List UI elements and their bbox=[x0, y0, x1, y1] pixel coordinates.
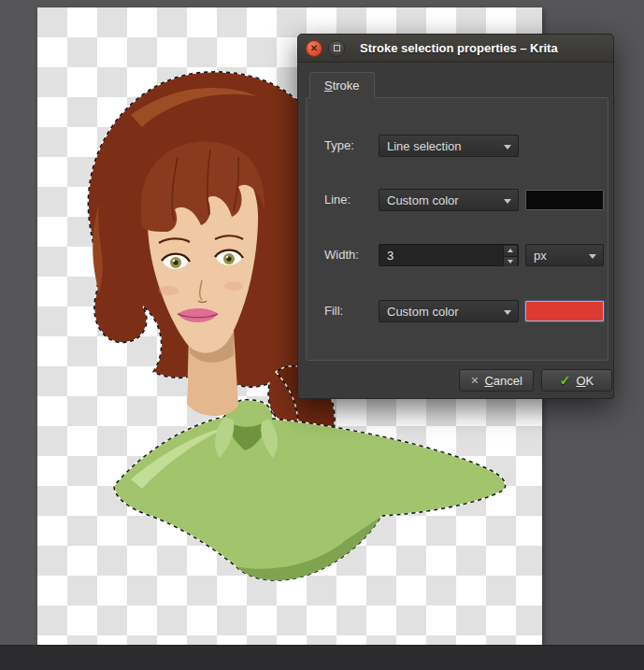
chevron-down-icon bbox=[589, 254, 596, 259]
ok-check-icon: ✓ bbox=[560, 374, 571, 387]
spin-down-icon bbox=[508, 260, 513, 264]
width-row: Width: 3 px bbox=[307, 244, 608, 266]
status-bar bbox=[0, 645, 644, 670]
width-spinbox[interactable]: 3 bbox=[379, 244, 519, 266]
spin-up-button[interactable] bbox=[503, 246, 517, 257]
type-label: Type: bbox=[324, 135, 354, 157]
tab-stroke-rest: troke bbox=[333, 78, 360, 93]
maximize-glyph bbox=[334, 45, 340, 51]
tab-stroke[interactable]: Stroke bbox=[309, 72, 375, 98]
width-spin-buttons bbox=[503, 246, 517, 266]
line-color-swatch[interactable] bbox=[525, 190, 604, 210]
width-value: 3 bbox=[387, 249, 394, 263]
fill-row: Fill: Custom color bbox=[307, 300, 608, 322]
type-dropdown-value: Line selection bbox=[387, 139, 462, 153]
fill-label: Fill: bbox=[324, 300, 343, 322]
line-row: Line: Custom color bbox=[307, 189, 608, 211]
line-dropdown-value: Custom color bbox=[387, 193, 459, 207]
chevron-down-icon bbox=[504, 145, 511, 150]
stroke-selection-dialog: ✕ Stroke selection properties – Krita St… bbox=[297, 34, 614, 399]
ok-button[interactable]: ✓ OK bbox=[541, 369, 612, 392]
unit-dropdown-value: px bbox=[534, 249, 547, 263]
cancel-x-icon: ✕ bbox=[470, 376, 479, 386]
chevron-down-icon bbox=[504, 199, 511, 204]
stroke-tab-pane: Type: Line selection Line: Custom color … bbox=[306, 97, 608, 361]
cancel-button-label: Cancel bbox=[484, 374, 522, 388]
spin-down-button[interactable] bbox=[503, 257, 517, 267]
type-dropdown[interactable]: Line selection bbox=[379, 135, 519, 157]
fill-color-swatch[interactable] bbox=[525, 301, 604, 321]
ok-button-label: OK bbox=[576, 374, 594, 388]
line-dropdown[interactable]: Custom color bbox=[379, 189, 519, 211]
width-label: Width: bbox=[324, 244, 359, 266]
maximize-icon[interactable] bbox=[328, 40, 345, 57]
fill-dropdown-value: Custom color bbox=[387, 305, 459, 319]
dialog-titlebar[interactable]: ✕ Stroke selection properties – Krita bbox=[298, 35, 613, 63]
close-icon[interactable]: ✕ bbox=[306, 40, 322, 57]
line-label: Line: bbox=[324, 189, 351, 211]
unit-dropdown[interactable]: px bbox=[525, 244, 604, 266]
krita-window: ✕ Stroke selection properties – Krita St… bbox=[0, 0, 644, 670]
fill-dropdown[interactable]: Custom color bbox=[379, 300, 519, 322]
tab-stroke-accel: S bbox=[324, 78, 333, 93]
chevron-down-icon bbox=[504, 310, 511, 315]
dialog-title: Stroke selection properties – Krita bbox=[360, 41, 558, 55]
type-row: Type: Line selection bbox=[307, 135, 608, 157]
spin-up-icon bbox=[508, 249, 513, 252]
cancel-button[interactable]: ✕ Cancel bbox=[459, 369, 534, 392]
